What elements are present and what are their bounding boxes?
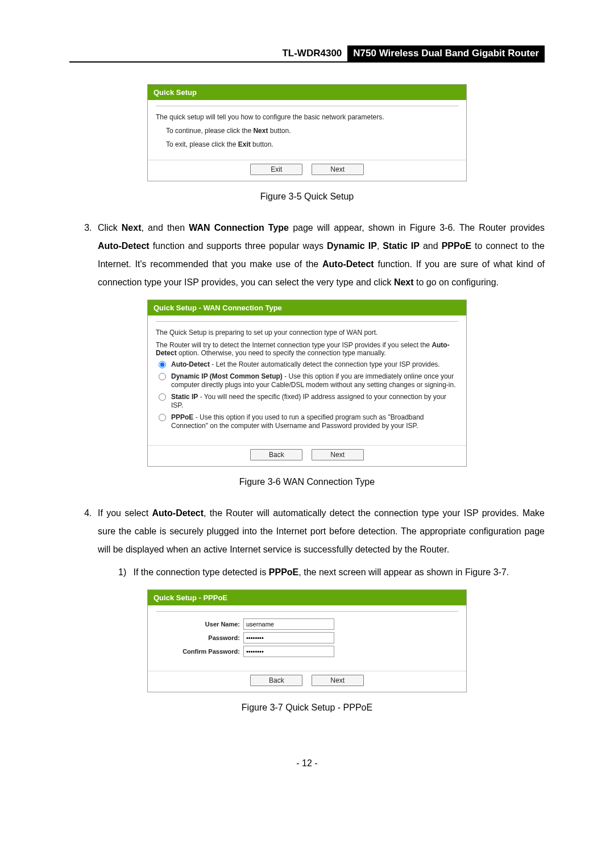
page-header: TL-WDR4300 N750 Wireless Dual Band Gigab… — [69, 45, 545, 61]
confirm-password-row: Confirm Password: — [156, 646, 458, 657]
panel-title: Quick Setup - WAN Connection Type — [148, 300, 466, 315]
radio-static-ip[interactable] — [159, 393, 166, 401]
step-list: Click Next, and then WAN Connection Type… — [69, 219, 545, 292]
figure-caption: Figure 3-5 Quick Setup — [69, 192, 545, 202]
back-button[interactable]: Back — [250, 675, 302, 686]
document-page: TL-WDR4300 N750 Wireless Dual Band Gigab… — [0, 0, 614, 791]
button-bar: Back Next — [148, 671, 466, 692]
figure-caption: Figure 3-7 Quick Setup - PPPoE — [69, 703, 545, 713]
step-list: If you select Auto-Detect, the Router wi… — [69, 504, 545, 582]
button-bar: Exit Next — [148, 160, 466, 181]
next-button[interactable]: Next — [312, 675, 364, 686]
exit-button[interactable]: Exit — [250, 164, 302, 175]
panel-text: The Router will try to detect the Intern… — [156, 341, 458, 357]
username-input[interactable] — [243, 618, 334, 630]
radio-pppoe[interactable] — [159, 414, 166, 421]
option-dynamic-ip[interactable]: Dynamic IP (Most Common Setup) - Use thi… — [156, 372, 458, 389]
product-label: N750 Wireless Dual Band Gigabit Router — [347, 45, 545, 61]
figure-caption: Figure 3-6 WAN Connection Type — [69, 477, 545, 487]
step-4: If you select Auto-Detect, the Router wi… — [94, 504, 545, 582]
panel-text: To exit, please click the Exit button. — [156, 140, 458, 148]
sub-step-list: 1) If the connection type detected is PP… — [98, 563, 545, 582]
step-3: Click Next, and then WAN Connection Type… — [94, 219, 545, 292]
wan-connection-panel: Quick Setup - WAN Connection Type The Qu… — [147, 300, 467, 467]
quick-setup-panel: Quick Setup The quick setup will tell yo… — [147, 84, 467, 181]
panel-text: The Quick Setup is preparing to set up y… — [156, 329, 458, 337]
username-row: User Name: — [156, 618, 458, 630]
option-static-ip[interactable]: Static IP - You will need the specific (… — [156, 393, 458, 410]
step-4-1: 1) If the connection type detected is PP… — [118, 563, 545, 582]
next-button[interactable]: Next — [312, 449, 364, 460]
next-button[interactable]: Next — [312, 164, 364, 175]
model-label: TL-WDR4300 — [280, 45, 346, 61]
password-input[interactable] — [243, 632, 334, 643]
password-row: Password: — [156, 632, 458, 643]
option-auto-detect[interactable]: Auto-Detect - Let the Router automatical… — [156, 360, 458, 369]
header-rule — [69, 61, 545, 63]
pppoe-panel: Quick Setup - PPPoE User Name: Password:… — [147, 589, 467, 692]
panel-text: The quick setup will tell you how to con… — [156, 113, 458, 121]
button-bar: Back Next — [148, 445, 466, 466]
radio-dynamic-ip[interactable] — [159, 373, 166, 380]
radio-auto-detect[interactable] — [159, 361, 166, 368]
panel-title: Quick Setup — [148, 85, 466, 100]
password-label: Password: — [156, 634, 243, 641]
option-pppoe[interactable]: PPPoE - Use this option if you used to r… — [156, 413, 458, 430]
back-button[interactable]: Back — [250, 449, 302, 460]
confirm-password-label: Confirm Password: — [156, 648, 243, 655]
page-number: - 12 - — [69, 758, 545, 769]
confirm-password-input[interactable] — [243, 646, 334, 657]
username-label: User Name: — [156, 621, 243, 628]
panel-title: Quick Setup - PPPoE — [148, 590, 466, 605]
panel-text: To continue, please click the Next butto… — [156, 127, 458, 135]
